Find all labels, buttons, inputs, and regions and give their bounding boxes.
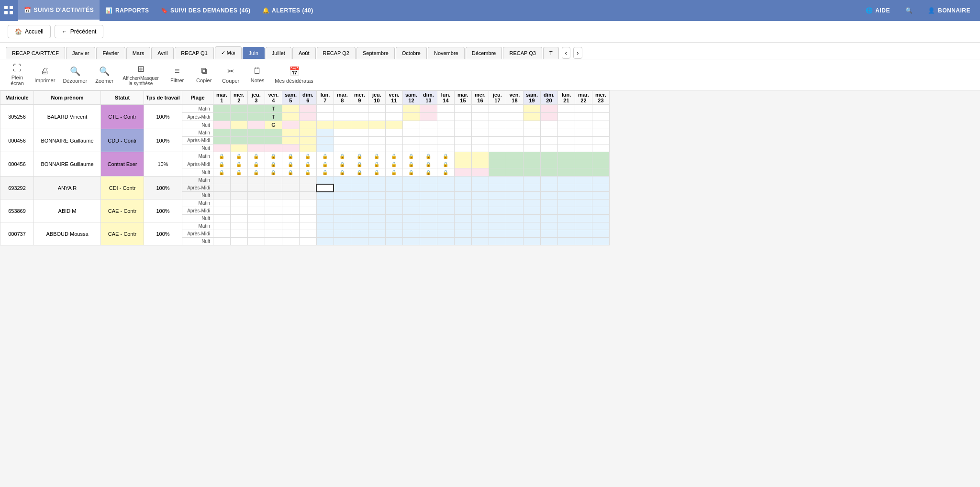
table-cell[interactable] — [540, 207, 557, 215]
tab-mars[interactable]: Mars — [126, 47, 150, 59]
table-cell[interactable] — [385, 137, 402, 144]
table-cell[interactable]: 🔒 — [334, 160, 351, 168]
table-cell[interactable] — [299, 177, 316, 184]
table-cell[interactable]: 🔒 — [334, 168, 351, 177]
table-cell[interactable] — [523, 222, 540, 230]
table-cell[interactable] — [282, 199, 299, 207]
table-cell[interactable] — [385, 105, 402, 113]
table-cell[interactable] — [351, 238, 368, 245]
table-cell[interactable] — [385, 121, 402, 129]
table-cell[interactable] — [540, 137, 557, 144]
table-cell[interactable] — [471, 160, 489, 168]
table-cell[interactable]: 🔒 — [437, 152, 454, 160]
table-cell[interactable] — [230, 222, 247, 230]
table-cell[interactable] — [523, 199, 540, 207]
table-cell[interactable] — [437, 105, 454, 113]
table-cell[interactable] — [420, 144, 437, 152]
table-cell[interactable] — [575, 207, 592, 215]
table-cell[interactable] — [385, 129, 402, 137]
table-cell[interactable] — [437, 207, 454, 215]
table-cell[interactable] — [334, 184, 351, 192]
table-cell[interactable] — [351, 113, 368, 121]
table-cell[interactable] — [471, 192, 489, 199]
table-cell[interactable] — [385, 230, 402, 238]
table-cell[interactable] — [540, 199, 557, 207]
table-cell[interactable] — [213, 121, 230, 129]
table-cell[interactable] — [420, 184, 437, 192]
table-cell[interactable] — [523, 184, 540, 192]
table-cell[interactable] — [385, 192, 402, 199]
table-cell[interactable] — [557, 238, 575, 245]
table-cell[interactable] — [247, 192, 265, 199]
table-cell[interactable] — [506, 168, 523, 177]
table-cell[interactable] — [454, 137, 471, 144]
tab-fevrier[interactable]: Février — [96, 47, 125, 59]
table-cell[interactable] — [420, 177, 437, 184]
table-cell[interactable] — [540, 121, 557, 129]
table-cell[interactable] — [316, 222, 334, 230]
table-cell[interactable] — [265, 215, 282, 222]
table-cell[interactable] — [489, 137, 506, 144]
table-cell[interactable] — [282, 222, 299, 230]
table-cell[interactable] — [523, 152, 540, 160]
table-cell[interactable] — [420, 207, 437, 215]
table-cell[interactable] — [471, 121, 489, 129]
table-cell[interactable] — [437, 230, 454, 238]
table-cell[interactable] — [351, 184, 368, 192]
table-cell[interactable] — [247, 121, 265, 129]
table-cell[interactable] — [351, 105, 368, 113]
table-cell[interactable] — [230, 192, 247, 199]
table-cell[interactable] — [265, 177, 282, 184]
table-cell[interactable] — [557, 207, 575, 215]
table-cell[interactable] — [247, 230, 265, 238]
table-cell[interactable] — [230, 144, 247, 152]
table-cell[interactable] — [454, 222, 471, 230]
table-cell[interactable] — [523, 105, 540, 113]
table-cell[interactable] — [575, 129, 592, 137]
table-cell[interactable] — [334, 238, 351, 245]
tool-couper[interactable]: ✂ Couper — [221, 66, 240, 84]
table-cell[interactable] — [213, 184, 230, 192]
table-cell[interactable] — [299, 121, 316, 129]
table-cell[interactable] — [230, 113, 247, 121]
tool-filtrer[interactable]: ≡ Filtrer — [167, 66, 187, 83]
table-cell[interactable] — [523, 192, 540, 199]
table-cell[interactable] — [540, 222, 557, 230]
table-cell[interactable] — [575, 121, 592, 129]
table-cell[interactable] — [368, 105, 385, 113]
table-cell[interactable] — [299, 192, 316, 199]
table-cell[interactable] — [506, 121, 523, 129]
table-cell[interactable] — [334, 207, 351, 215]
table-cell[interactable] — [489, 105, 506, 113]
table-cell[interactable] — [454, 160, 471, 168]
tab-mai[interactable]: Mai — [215, 46, 242, 59]
table-cell[interactable] — [402, 222, 420, 230]
tab-next[interactable]: › — [573, 47, 582, 59]
table-cell[interactable] — [557, 215, 575, 222]
table-cell[interactable] — [592, 230, 609, 238]
table-cell[interactable] — [506, 238, 523, 245]
table-cell[interactable] — [557, 160, 575, 168]
table-cell[interactable] — [454, 121, 471, 129]
main-content[interactable]: Matricule Nom prénom Statut Tps de trava… — [0, 90, 980, 487]
table-cell[interactable] — [247, 113, 265, 121]
table-cell[interactable] — [420, 105, 437, 113]
table-cell[interactable] — [557, 177, 575, 184]
table-cell[interactable]: 🔒 — [282, 152, 299, 160]
table-cell[interactable] — [592, 207, 609, 215]
table-cell[interactable] — [247, 199, 265, 207]
table-cell[interactable] — [506, 192, 523, 199]
table-cell[interactable] — [592, 129, 609, 137]
table-cell[interactable]: 🔒 — [351, 160, 368, 168]
table-cell[interactable] — [316, 199, 334, 207]
table-cell[interactable] — [402, 129, 420, 137]
table-cell[interactable] — [213, 222, 230, 230]
table-cell[interactable] — [454, 230, 471, 238]
table-cell[interactable] — [471, 230, 489, 238]
table-cell[interactable] — [557, 105, 575, 113]
table-cell[interactable] — [316, 113, 334, 121]
table-cell[interactable] — [213, 230, 230, 238]
table-cell[interactable] — [471, 168, 489, 177]
table-cell[interactable] — [523, 168, 540, 177]
table-cell[interactable] — [247, 238, 265, 245]
